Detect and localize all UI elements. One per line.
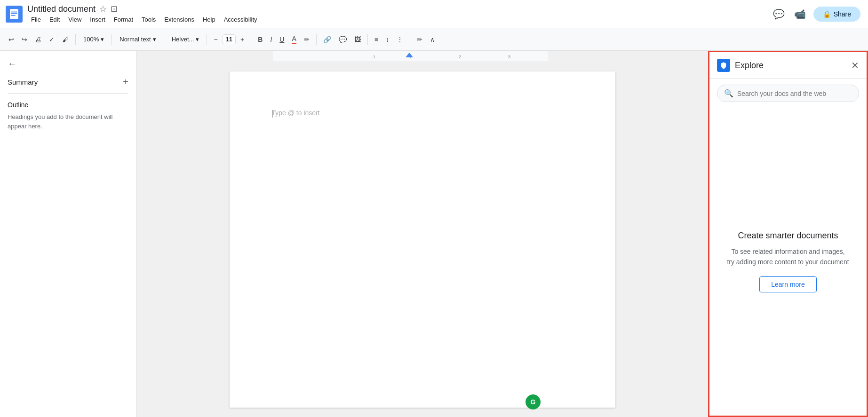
chevron-down-icon-2: ▾ (153, 36, 156, 43)
folder-move-icon[interactable]: ⊡ (111, 4, 118, 14)
toolbar: ↩ ↪ 🖨 ✓ 🖌 100% ▾ Normal text ▾ Helvet...… (0, 28, 868, 51)
menu-insert[interactable]: Insert (86, 15, 109, 24)
outline-desc: Headings you add to the document will ap… (8, 112, 128, 131)
grammarly-icon[interactable]: G (526, 394, 541, 409)
font-size-decrease-button[interactable]: − (211, 34, 220, 45)
explore-panel: Explore ✕ 🔍 Create smarter documents To … (708, 51, 868, 417)
title-bar-right: 💬 📹 🔒 Share (771, 7, 860, 22)
summary-header: Summary + (8, 77, 128, 87)
doc-page[interactable]: Type @ to insert (230, 71, 615, 408)
line-spacing-button[interactable]: ↕ (383, 34, 392, 45)
star-icon[interactable]: ☆ (99, 4, 107, 14)
ruler-svg: -1 1 2 3 4 5 6 7 (273, 51, 548, 62)
italic-button[interactable]: I (267, 34, 275, 45)
doc-title[interactable]: Untitled document (27, 4, 96, 14)
redo-button[interactable]: ↪ (19, 34, 30, 45)
svg-text:3: 3 (508, 55, 510, 59)
meet-icon[interactable]: 📹 (792, 7, 808, 22)
svg-rect-4 (11, 15, 16, 16)
outline-title: Outline (8, 101, 128, 109)
summary-add-button[interactable]: + (123, 77, 128, 87)
explore-search-bar[interactable]: 🔍 (717, 85, 859, 102)
font-label: Helvet... (172, 36, 194, 43)
highlight-button[interactable]: ✏ (301, 34, 312, 45)
outline-section: Outline Headings you add to the document… (8, 101, 128, 131)
menu-help[interactable]: Help (199, 15, 219, 24)
spellcheck-button[interactable]: ✓ (46, 34, 57, 45)
menu-file[interactable]: File (27, 15, 45, 24)
paintformat-button[interactable]: 🖌 (59, 34, 72, 45)
comment-button[interactable]: 💬 (336, 34, 350, 45)
svg-text:2: 2 (459, 55, 461, 59)
explore-main-desc: To see related information and images, t… (727, 246, 849, 268)
separator-1 (75, 34, 76, 45)
font-select[interactable]: Helvet... ▾ (168, 34, 203, 45)
svg-marker-13 (406, 53, 413, 57)
align-button[interactable]: ≡ (372, 34, 381, 45)
menu-edit[interactable]: Edit (46, 15, 64, 24)
explore-title-area: Explore (717, 59, 764, 72)
svg-rect-2 (11, 11, 17, 12)
text-style-label: Normal text (119, 36, 151, 43)
ruler: -1 1 2 3 4 5 6 7 (273, 51, 548, 62)
explore-main-title: Create smarter documents (738, 231, 838, 241)
link-button[interactable]: 🔗 (320, 34, 334, 45)
separator-6 (316, 34, 317, 45)
chat-icon[interactable]: 💬 (771, 7, 787, 22)
learn-more-button[interactable]: Learn more (759, 276, 817, 292)
font-size-increase-button[interactable]: + (238, 34, 247, 45)
menu-extensions[interactable]: Extensions (160, 15, 198, 24)
sidebar-back-button[interactable]: ← (8, 58, 128, 69)
docs-logo-icon (6, 6, 23, 23)
svg-rect-3 (11, 13, 17, 14)
menu-view[interactable]: View (64, 15, 85, 24)
doc-area[interactable]: -1 1 2 3 4 5 6 7 Type @ to insert G (136, 51, 708, 417)
separator-4 (207, 34, 207, 45)
menu-bar: File Edit View Insert Format Tools Exten… (27, 15, 862, 24)
title-area: Untitled document ☆ ⊡ File Edit View Ins… (27, 4, 862, 24)
separator-8 (410, 34, 410, 45)
explore-shield-icon (717, 59, 730, 72)
menu-format[interactable]: Format (110, 15, 137, 24)
explore-search-input[interactable] (737, 90, 852, 97)
text-style-select[interactable]: Normal text ▾ (116, 34, 159, 45)
menu-accessibility[interactable]: Accessibility (220, 15, 261, 24)
chevron-down-icon-3: ▾ (196, 36, 199, 43)
explore-close-button[interactable]: ✕ (851, 60, 859, 71)
summary-title: Summary (8, 78, 38, 86)
zoom-select[interactable]: 100% ▾ (80, 34, 108, 45)
undo-button[interactable]: ↩ (6, 34, 17, 45)
more-options-button[interactable]: ⋮ (394, 34, 406, 45)
separator-7 (367, 34, 368, 45)
underline-button[interactable]: U (277, 34, 287, 45)
expand-toolbar-button[interactable]: ∧ (427, 34, 438, 45)
main-area: ← Summary + Outline Headings you add to … (0, 51, 868, 417)
image-button[interactable]: 🖼 (351, 34, 364, 45)
svg-text:-1: -1 (372, 55, 375, 59)
share-button[interactable]: 🔒 Share (813, 7, 860, 22)
chevron-down-icon: ▾ (101, 36, 104, 43)
title-bar: Untitled document ☆ ⊡ File Edit View Ins… (0, 0, 868, 28)
explore-content: Create smarter documents To see related … (709, 108, 867, 416)
bold-button[interactable]: B (255, 34, 265, 45)
separator-3 (164, 34, 164, 45)
text-color-button[interactable]: A (289, 33, 299, 46)
separator-5 (251, 34, 251, 45)
font-size-box[interactable]: 11 (223, 34, 236, 44)
doc-placeholder: Type @ to insert (272, 109, 320, 117)
print-button[interactable]: 🖨 (32, 34, 44, 45)
left-sidebar: ← Summary + Outline Headings you add to … (0, 51, 136, 417)
separator-2 (111, 34, 112, 45)
summary-section: Summary + (8, 77, 128, 94)
search-icon: 🔍 (724, 89, 733, 98)
lock-icon: 🔒 (823, 10, 831, 18)
menu-tools[interactable]: Tools (138, 15, 159, 24)
explore-header: Explore ✕ (709, 52, 867, 79)
pen-button[interactable]: ✏ (414, 34, 425, 45)
explore-title: Explore (735, 61, 764, 71)
